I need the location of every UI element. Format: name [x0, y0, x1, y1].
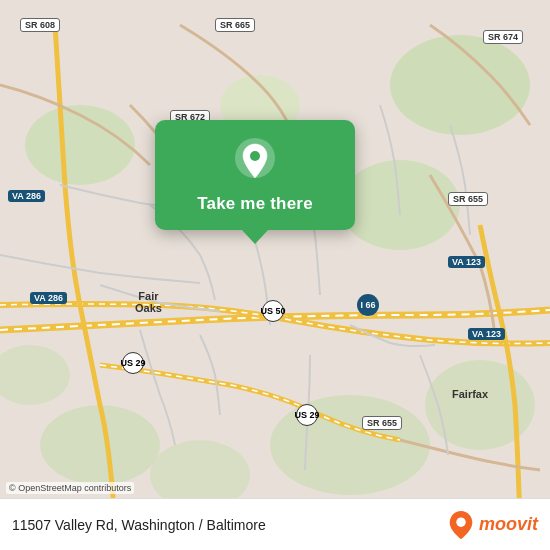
badge-va286-top: VA 286: [8, 190, 45, 202]
svg-point-1: [390, 35, 530, 135]
badge-sr655-top: SR 655: [448, 192, 488, 206]
badge-us29-bot: US 29: [296, 404, 318, 426]
popup-card: Take me there: [155, 120, 355, 230]
badge-va286-bot: VA 286: [30, 292, 67, 304]
badge-us29: US 29: [122, 352, 144, 374]
badge-sr608: SR 608: [20, 18, 60, 32]
badge-va123-bot: VA 123: [468, 328, 505, 340]
badge-i66: I 66: [357, 294, 379, 316]
badge-sr674: SR 674: [483, 30, 523, 44]
badge-va123-top: VA 123: [448, 256, 485, 268]
place-label-fair-oaks: Fair Oaks: [135, 290, 162, 314]
location-pin-icon: [232, 138, 278, 184]
svg-point-5: [40, 405, 160, 485]
moovit-logo: moovit: [447, 509, 538, 541]
take-me-there-button[interactable]: Take me there: [197, 194, 313, 214]
svg-point-11: [250, 151, 260, 161]
svg-point-2: [25, 105, 135, 185]
moovit-pin-icon: [447, 509, 475, 541]
moovit-brand-name: moovit: [479, 514, 538, 535]
svg-point-12: [456, 517, 465, 526]
osm-attribution: © OpenStreetMap contributors: [6, 482, 134, 494]
address-text: 11507 Valley Rd, Washington / Baltimore: [12, 517, 266, 533]
bottom-bar: 11507 Valley Rd, Washington / Baltimore …: [0, 498, 550, 550]
map-container: SR 608 SR 665 SR 674 SR 672 SR 655 VA 28…: [0, 0, 550, 550]
badge-us50: US 50: [262, 300, 284, 322]
place-label-fairfax: Fairfax: [452, 388, 488, 400]
badge-sr665: SR 665: [215, 18, 255, 32]
map-svg: [0, 0, 550, 550]
badge-sr655-bot: SR 655: [362, 416, 402, 430]
